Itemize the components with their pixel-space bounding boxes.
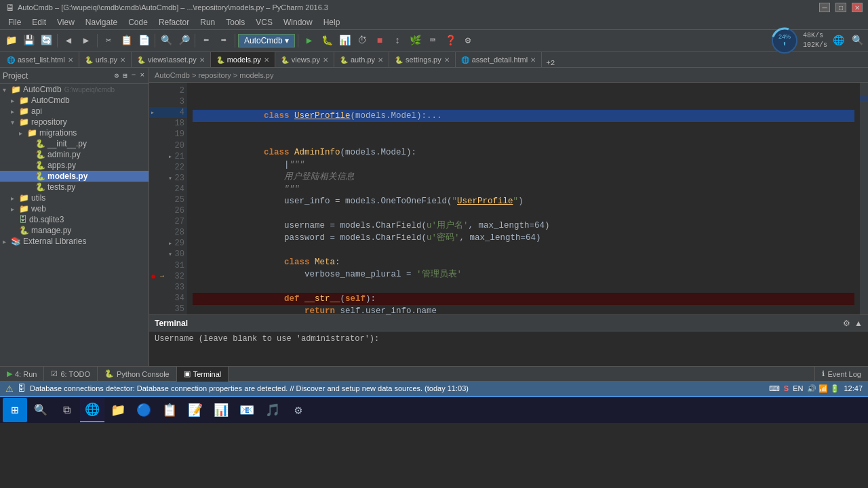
- toolbar-copy-btn[interactable]: 📋: [118, 33, 134, 49]
- project-dropdown[interactable]: AutoCmdb ▾: [238, 34, 295, 47]
- taskbar-explorer[interactable]: 📁: [106, 398, 130, 422]
- tree-item-utils[interactable]: ▸ 📁 utils: [0, 192, 149, 203]
- toolbar-vcs-btn[interactable]: 🌿: [407, 33, 423, 49]
- tab-python-console[interactable]: 🐍 Python Console: [98, 367, 177, 382]
- tree-item-db[interactable]: ▸ 🗄 db.sqlite3: [0, 214, 149, 225]
- status-bar: ⚠ 🗄 Database connections detector: Datab…: [0, 381, 868, 396]
- tab-urls[interactable]: 🐍 urls.py ✕: [79, 52, 132, 67]
- tree-item-ext-libs[interactable]: ▸ 📚 External Libraries: [0, 236, 149, 247]
- close-tab-asset-list[interactable]: ✕: [68, 56, 73, 64]
- toolbar-paste-btn[interactable]: 📄: [136, 33, 152, 49]
- sidebar-btn-4[interactable]: ×: [138, 71, 146, 80]
- taskbar-word[interactable]: 📝: [183, 398, 208, 422]
- close-tab-asset-detail[interactable]: ✕: [530, 56, 536, 64]
- tab-terminal[interactable]: ▣ Terminal: [177, 367, 229, 382]
- taskbar-files[interactable]: 📋: [157, 398, 182, 422]
- toolbar-back2-btn[interactable]: ⬅: [198, 33, 214, 49]
- menu-window[interactable]: Window: [278, 16, 318, 28]
- tree-item-apps[interactable]: ▸ 🐍 apps.py: [0, 160, 149, 171]
- code-area[interactable]: class UserProfile(models.Model):... clas…: [187, 83, 860, 314]
- close-tab-views-asset[interactable]: ✕: [199, 56, 205, 64]
- close-tab-views[interactable]: ✕: [323, 56, 328, 64]
- gutter-row-3: 3: [149, 96, 187, 107]
- gutter-row-28: 28: [149, 227, 187, 238]
- menu-file[interactable]: File: [3, 16, 26, 28]
- tab-overflow[interactable]: +2: [542, 59, 559, 67]
- toolbar-forward-btn[interactable]: ▶: [78, 33, 94, 49]
- tree-item-migrations[interactable]: ▸ 📁 migrations: [0, 127, 149, 138]
- toolbar-toggle-btn[interactable]: ↕: [389, 33, 406, 49]
- close-button[interactable]: ✕: [852, 3, 863, 12]
- taskbar-ie[interactable]: 🌐: [80, 398, 104, 422]
- toolbar-settings-btn[interactable]: ⚙: [460, 33, 476, 49]
- toolbar-terminal-btn[interactable]: ⌨: [425, 33, 441, 49]
- sidebar-btn-1[interactable]: ⚙: [113, 71, 121, 80]
- terminal-settings-btn[interactable]: ⚙: [843, 319, 850, 328]
- toolbar-stop-btn[interactable]: ■: [372, 33, 388, 49]
- close-tab-models[interactable]: ✕: [264, 56, 269, 64]
- menu-view[interactable]: View: [52, 16, 80, 28]
- menu-navigate[interactable]: Navigate: [80, 16, 123, 28]
- taskbar-chrome[interactable]: 🔵: [132, 398, 156, 422]
- menu-vcs[interactable]: VCS: [250, 16, 278, 28]
- tab-views-asset[interactable]: 🐍 views\asset.py ✕: [132, 52, 211, 67]
- taskbar-multitask[interactable]: ⧉: [54, 398, 79, 422]
- tab-settings[interactable]: 🐍 settings.py ✕: [389, 52, 456, 67]
- menu-tools[interactable]: Tools: [220, 16, 250, 28]
- menu-help[interactable]: Help: [318, 16, 346, 28]
- tab-event-log[interactable]: ℹ Event Log: [814, 367, 868, 382]
- tree-item-manage[interactable]: ▸ 🐍 manage.py: [0, 225, 149, 236]
- tab-views[interactable]: 🐍 views.py ✕: [275, 52, 334, 67]
- editor-wrapper[interactable]: 2 3 ▸ 4 18 19 20 ▸ 21: [149, 83, 868, 314]
- taskbar-cortana[interactable]: 🔍: [28, 398, 53, 422]
- tree-item-autocmdb-sub[interactable]: ▸ 📁 AutoCmdb: [0, 95, 149, 106]
- toolbar-sync-btn[interactable]: 🔄: [38, 33, 54, 49]
- menu-edit[interactable]: Edit: [26, 16, 52, 28]
- toolbar-debug-btn[interactable]: 🐛: [319, 33, 335, 49]
- terminal-expand-btn[interactable]: ▲: [854, 319, 863, 328]
- close-tab-settings[interactable]: ✕: [444, 56, 450, 64]
- tree-item-models[interactable]: ▸ 🐍 models.py: [0, 171, 149, 182]
- menu-code[interactable]: Code: [123, 16, 153, 28]
- minimize-button[interactable]: ─: [819, 3, 830, 12]
- toolbar-network-btn[interactable]: 🌐: [830, 33, 846, 49]
- sidebar-btn-3[interactable]: −: [130, 71, 138, 80]
- tab-auth[interactable]: 🐍 auth.py ✕: [334, 52, 389, 67]
- tab-todo[interactable]: ☑ 6: TODO: [44, 367, 98, 382]
- taskbar-app1[interactable]: 📊: [209, 398, 233, 422]
- tree-item-repository[interactable]: ▾ 📁 repository: [0, 117, 149, 127]
- taskbar-app4[interactable]: ⚙: [286, 398, 311, 422]
- toolbar-back-btn[interactable]: ◀: [60, 33, 77, 49]
- close-tab-auth[interactable]: ✕: [378, 56, 383, 64]
- tab-asset-list[interactable]: 🌐 asset_list.html ✕: [1, 52, 79, 67]
- search-everywhere-btn[interactable]: 🔍: [849, 33, 865, 49]
- toolbar-coverage-btn[interactable]: 📊: [336, 33, 353, 49]
- start-button[interactable]: ⊞: [3, 398, 27, 422]
- toolbar-find-btn[interactable]: 🔍: [158, 33, 174, 49]
- tree-item-autocmdb-root[interactable]: ▾ 📁 AutoCmdb G:\wupeiqi\cmdb: [0, 84, 149, 95]
- app2-icon: 📧: [239, 403, 254, 418]
- maximize-button[interactable]: □: [835, 3, 846, 12]
- toolbar-run-btn[interactable]: ▶: [301, 33, 317, 49]
- menu-run[interactable]: Run: [195, 16, 220, 28]
- sidebar-btn-2[interactable]: ⊞: [121, 71, 129, 80]
- toolbar-replace-btn[interactable]: 🔎: [176, 33, 192, 49]
- toolbar-cut-btn[interactable]: ✂: [100, 33, 117, 49]
- tree-item-tests[interactable]: ▸ 🐍 tests.py: [0, 182, 149, 192]
- tree-item-web[interactable]: ▸ 📁 web: [0, 203, 149, 214]
- tree-item-admin[interactable]: ▸ 🐍 admin.py: [0, 149, 149, 160]
- taskbar-app2[interactable]: 📧: [235, 398, 259, 422]
- close-tab-urls[interactable]: ✕: [120, 56, 125, 64]
- toolbar-forward2-btn[interactable]: ➡: [216, 33, 232, 49]
- taskbar-app3[interactable]: 🎵: [260, 398, 285, 422]
- toolbar-project-btn[interactable]: 📁: [3, 33, 19, 49]
- toolbar-save-btn[interactable]: 💾: [20, 33, 37, 49]
- tab-run[interactable]: ▶ 4: Run: [0, 367, 44, 382]
- tree-item-api[interactable]: ▸ 📁 api: [0, 106, 149, 117]
- toolbar-help-btn[interactable]: ❓: [442, 33, 458, 49]
- toolbar-profile-btn[interactable]: ⏱: [354, 33, 370, 49]
- tab-models[interactable]: 🐍 models.py ✕: [211, 52, 275, 67]
- tree-item-init[interactable]: ▸ 🐍 __init__.py: [0, 138, 149, 149]
- tab-asset-detail[interactable]: 🌐 asset_detail.html ✕: [456, 52, 542, 67]
- menu-refactor[interactable]: Refactor: [153, 16, 195, 28]
